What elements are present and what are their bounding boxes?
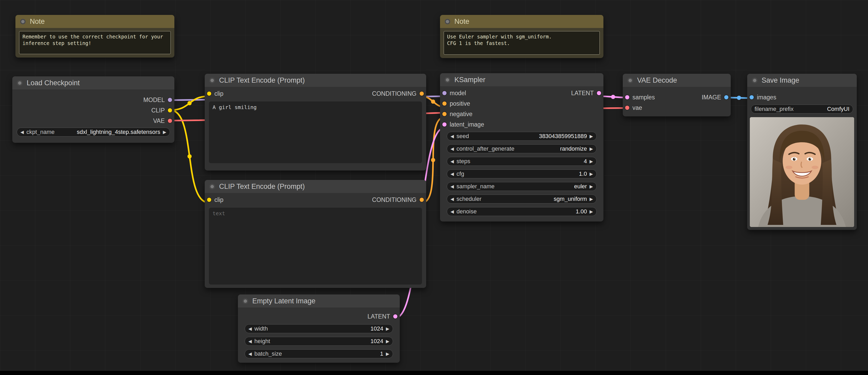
decrement-arrow-icon[interactable] [248, 326, 252, 331]
link-midpoint-dot[interactable] [431, 158, 435, 162]
conditioning-output-port[interactable] [420, 92, 424, 96]
prev-value-arrow-icon[interactable] [21, 130, 24, 134]
samples-input-port[interactable] [625, 95, 629, 99]
link-midpoint-dot[interactable] [611, 95, 615, 99]
link-midpoint-dot[interactable] [187, 154, 192, 158]
node-clip-text-encode-positive[interactable]: CLIP Text Encode (Prompt) clip CONDITION… [205, 74, 426, 170]
decrement-arrow-icon[interactable] [248, 339, 252, 344]
decrement-arrow-icon[interactable] [248, 352, 252, 356]
sampler-name-widget[interactable]: sampler_name euler [447, 182, 597, 191]
clip-output-port[interactable] [168, 108, 172, 113]
collapse-dot-icon[interactable] [209, 184, 215, 189]
port-label: VAE [153, 117, 165, 124]
decrement-arrow-icon[interactable] [451, 134, 454, 138]
prev-value-arrow-icon[interactable] [451, 197, 454, 201]
scheduler-widget[interactable]: scheduler sgm_uniform [447, 194, 597, 204]
ckpt-name-widget[interactable]: ckpt_name sdxl_lightning_4step.safetenso… [17, 128, 170, 136]
collapse-dot-icon[interactable] [243, 299, 248, 304]
node-ksampler[interactable]: KSampler model positive negative lat [440, 73, 603, 221]
widget-value: sgm_uniform [484, 196, 587, 202]
model-output-port[interactable] [168, 98, 172, 102]
widget-label: ckpt_name [26, 129, 55, 135]
clip-input-port[interactable] [207, 198, 211, 202]
positive-input-port[interactable] [442, 101, 446, 106]
next-value-arrow-icon[interactable] [590, 147, 593, 151]
node-titlebar[interactable]: Save Image [747, 74, 857, 87]
graph-canvas[interactable]: Note Remember to use the correct checkpo… [0, 0, 868, 375]
node-titlebar[interactable]: CLIP Text Encode (Prompt) [205, 74, 426, 87]
note-text[interactable]: Remember to use the correct checkpoint f… [19, 31, 171, 54]
port-label: IMAGE [702, 94, 721, 101]
node-empty-latent-image[interactable]: Empty Latent Image LATENT width 1024 hei… [238, 294, 400, 363]
vae-output-port[interactable] [168, 119, 172, 123]
conditioning-output-port[interactable] [420, 198, 424, 202]
node-titlebar[interactable]: Load Checkpoint [12, 76, 175, 89]
widget-label: seed [457, 133, 469, 139]
height-widget[interactable]: height 1024 [245, 337, 393, 346]
link-midpoint-dot[interactable] [187, 101, 192, 105]
next-value-arrow-icon[interactable] [590, 197, 593, 201]
node-load-checkpoint[interactable]: Load Checkpoint MODEL CLIP VAE [12, 76, 175, 143]
batch-size-widget[interactable]: batch_size 1 [245, 349, 393, 358]
increment-arrow-icon[interactable] [386, 339, 389, 344]
model-input-port[interactable] [442, 91, 446, 95]
increment-arrow-icon[interactable] [386, 352, 389, 356]
latent-output-port[interactable] [393, 314, 397, 318]
increment-arrow-icon[interactable] [590, 134, 593, 138]
increment-arrow-icon[interactable] [590, 210, 593, 214]
image-output-port[interactable] [724, 95, 728, 99]
next-value-arrow-icon[interactable] [163, 130, 166, 134]
node-title-label: Load Checkpoint [27, 79, 80, 87]
node-clip-text-encode-negative[interactable]: CLIP Text Encode (Prompt) clip CONDITION… [205, 180, 426, 288]
node-titlebar[interactable]: Empty Latent Image [238, 294, 400, 308]
node-titlebar[interactable]: CLIP Text Encode (Prompt) [205, 180, 426, 193]
images-input-port[interactable] [750, 95, 754, 99]
steps-widget[interactable]: steps 4 [447, 157, 597, 166]
widget-label: width [254, 325, 268, 332]
bottom-edge-bar [0, 371, 868, 375]
collapse-dot-icon[interactable] [445, 19, 450, 24]
node-titlebar[interactable]: VAE Decode [623, 74, 731, 87]
link-midpoint-dot[interactable] [431, 100, 435, 104]
node-save-image[interactable]: Save Image images filename_prefix ComfyU… [747, 74, 857, 230]
collapse-dot-icon[interactable] [627, 78, 633, 83]
node-titlebar[interactable]: Note [440, 15, 603, 28]
node-title-label: Save Image [762, 76, 799, 85]
decrement-arrow-icon[interactable] [451, 210, 454, 214]
collapse-dot-icon[interactable] [752, 78, 757, 83]
note-text[interactable]: Use Euler sampler with sgm_uniform. CFG … [444, 31, 600, 55]
collapse-dot-icon[interactable] [445, 77, 450, 83]
node-titlebar[interactable]: Note [16, 15, 175, 28]
decrement-arrow-icon[interactable] [451, 159, 454, 164]
cfg-widget[interactable]: cfg 1.0 [447, 169, 597, 178]
increment-arrow-icon[interactable] [386, 326, 389, 331]
link-midpoint-dot[interactable] [737, 96, 741, 100]
node-note-sampler[interactable]: Note Use Euler sampler with sgm_uniform.… [440, 15, 603, 58]
seed-widget[interactable]: seed 383043859951889 [447, 132, 597, 141]
increment-arrow-icon[interactable] [590, 159, 593, 164]
clip-input-port[interactable] [207, 92, 211, 96]
collapse-dot-icon[interactable] [209, 78, 215, 83]
latent-output-port[interactable] [597, 91, 601, 95]
vae-input-port[interactable] [625, 106, 629, 110]
node-vae-decode[interactable]: VAE Decode samples vae IMAGE [623, 74, 731, 116]
filename-prefix-widget[interactable]: filename_prefix ComfyUI [751, 104, 853, 114]
prompt-text-area[interactable]: A girl smiling [209, 101, 422, 163]
negative-input-port[interactable] [442, 112, 446, 116]
collapse-dot-icon[interactable] [17, 80, 23, 86]
width-widget[interactable]: width 1024 [245, 324, 393, 333]
control-after-generate-widget[interactable]: control_after_generate randomize [447, 144, 597, 153]
decrement-arrow-icon[interactable] [451, 172, 454, 176]
prompt-text-area[interactable]: text [209, 208, 422, 284]
latent-image-input-port[interactable] [442, 122, 446, 127]
prev-value-arrow-icon[interactable] [451, 147, 454, 151]
node-note-checkpoint[interactable]: Note Remember to use the correct checkpo… [16, 15, 175, 58]
node-titlebar[interactable]: KSampler [440, 73, 603, 86]
widget-label: control_after_generate [457, 146, 514, 152]
next-value-arrow-icon[interactable] [590, 184, 593, 189]
denoise-widget[interactable]: denoise 1.00 [447, 207, 597, 216]
collapse-dot-icon[interactable] [20, 19, 26, 24]
prev-value-arrow-icon[interactable] [451, 184, 454, 189]
increment-arrow-icon[interactable] [590, 172, 593, 176]
node-title-label: VAE Decode [637, 76, 677, 85]
